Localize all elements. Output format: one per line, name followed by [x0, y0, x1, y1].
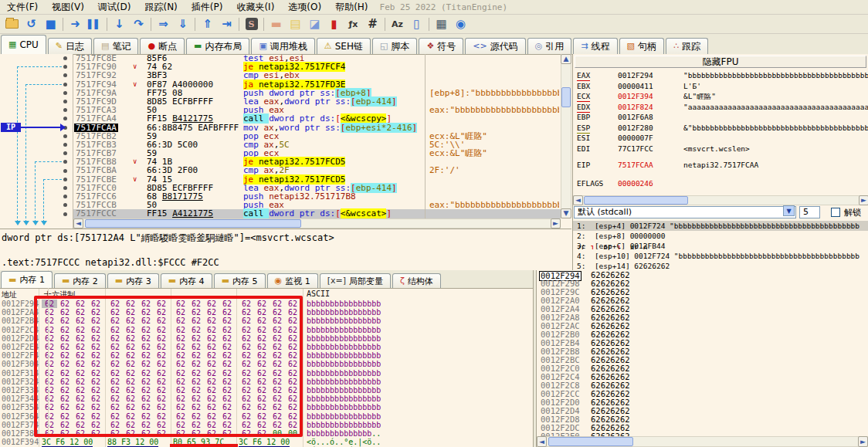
tab-线程[interactable]: ⇉线程: [573, 38, 617, 54]
stack-row[interactable]: 0012F2D462626262: [537, 407, 868, 415]
scroll-down-button[interactable]: ▼: [561, 208, 571, 218]
stack-row[interactable]: 0012F2AC62626262: [537, 322, 868, 330]
scroll-left-button[interactable]: ◄: [537, 436, 547, 447]
stack-row[interactable]: 0012F29C62626262: [537, 288, 868, 296]
chevron-down-icon[interactable]: ▼: [783, 205, 795, 216]
scroll-left-button[interactable]: ◄: [73, 218, 83, 229]
stack-row[interactable]: 0012F2C862626262: [537, 381, 868, 390]
menu-item[interactable]: 收藏夹(I): [229, 0, 281, 15]
tab-符号[interactable]: ❖符号: [419, 38, 463, 54]
step-over-button[interactable]: ↷: [129, 15, 148, 32]
globe-button[interactable]: ◉: [451, 15, 470, 32]
tab-内存布局[interactable]: ▬内存布局: [186, 38, 249, 54]
breakpoint-dot[interactable]: [63, 151, 67, 155]
stack-row[interactable]: 0012F2A862626262: [537, 313, 868, 322]
breakpoint-dot[interactable]: [63, 186, 67, 190]
register-row[interactable]: EDI77C17FCC<msvcrt.wcslen>: [573, 144, 868, 154]
patch-button[interactable]: ▬: [266, 15, 286, 32]
stack-row[interactable]: 0012F2C062626262: [537, 364, 868, 373]
stack-row[interactable]: 0012F2C462626262: [537, 373, 868, 381]
disasm-row[interactable]: 7517FCCCFF15 A4121775call dword ptr ds:[…: [73, 209, 561, 218]
register-row[interactable]: EBP0012F6A8: [573, 113, 868, 122]
breakpoint-dot[interactable]: [63, 160, 67, 164]
tab-内存 2[interactable]: ▬内存 2: [54, 273, 106, 288]
breakpoint-dot[interactable]: [63, 73, 67, 77]
breakpoint-dot[interactable]: [63, 143, 67, 147]
disassembly-hscroll-thumb[interactable]: [85, 219, 301, 228]
stack-row[interactable]: 0012F2D062626262: [537, 398, 868, 407]
call-argument-row[interactable]: 5: [esp+14] 62626262: [573, 261, 868, 270]
breakpoint-dot[interactable]: [63, 83, 67, 86]
dump-row[interactable]: 0012F3943C F6 12 0088 F3 12 00B0 65 93 7…: [0, 438, 533, 446]
scroll-right-button[interactable]: ►: [859, 195, 868, 205]
breakpoint-dot[interactable]: [63, 117, 67, 120]
tab-内存 3[interactable]: ▬内存 3: [107, 273, 159, 288]
breakpoint-dot[interactable]: [63, 195, 67, 198]
open-file-button[interactable]: [2, 15, 22, 32]
register-row[interactable]: EDX0012F824"aaaaaaaaaaaaaaaaaaaaaaaaaaaa…: [573, 103, 868, 112]
stack-row[interactable]: 0012F2BC62626262: [537, 356, 868, 364]
call-argument-row[interactable]: 4: [esp+10] 0012F724 "bbbbbbbbbbbbbbbbbb…: [573, 251, 868, 261]
tab-结构体[interactable]: ζ结构体: [392, 273, 441, 288]
tab-句柄[interactable]: ▧句柄: [619, 38, 664, 54]
tab-内存 4[interactable]: ▬内存 4: [161, 273, 212, 288]
disassembly-vscroll-thumb[interactable]: [561, 87, 571, 107]
stack-row[interactable]: 0012F2D862626262: [537, 415, 868, 424]
stack-row[interactable]: 0012F29862626262: [537, 279, 868, 288]
tab-跟踪[interactable]: ∴跟踪: [666, 38, 708, 54]
execute-till-return-button[interactable]: ⇑: [198, 15, 217, 32]
step-into-button[interactable]: ↓: [110, 15, 129, 32]
tab-CPU[interactable]: ▦CPU: [1, 35, 46, 54]
hide-fpu-button[interactable]: 隐藏FPU: [575, 56, 866, 68]
register-row[interactable]: EFLAGS00000246: [573, 179, 868, 188]
unlock-checkbox[interactable]: [831, 208, 840, 217]
register-row[interactable]: EBX00000411L'Б': [573, 82, 868, 91]
call-argument-row[interactable]: 3: [esp+C] 0012FB44: [573, 241, 868, 251]
tab-调用堆栈[interactable]: ▣调用堆栈: [251, 38, 314, 54]
tab-局部变量[interactable]: [x=]局部变量: [320, 273, 391, 288]
breakpoint-dot[interactable]: [63, 100, 67, 103]
stack-row[interactable]: 0012F2DC62626262: [537, 424, 868, 432]
menu-item[interactable]: 视图(V): [45, 0, 91, 15]
breakpoint-dot[interactable]: [63, 65, 67, 69]
label-button[interactable]: ◪: [305, 15, 324, 32]
menu-item[interactable]: 插件(P): [185, 0, 230, 15]
scroll-up-button[interactable]: ▲: [561, 54, 571, 64]
menu-item[interactable]: 跟踪(N): [137, 0, 184, 15]
breakpoint-dot[interactable]: [63, 212, 67, 216]
breakpoint-dot[interactable]: [63, 203, 67, 207]
run-to-selection-button[interactable]: ⇒: [154, 15, 173, 32]
menu-item[interactable]: 选项(O): [281, 0, 328, 15]
stack-row[interactable]: 0012F2B062626262: [537, 330, 868, 339]
tab-笔记[interactable]: ▤笔记: [93, 38, 138, 54]
call-argument-row[interactable]: 1: [esp+4] 0012F724 "bbbbbbbbbbbbbbbbbbb…: [573, 221, 868, 231]
disassembly-vscrollbar[interactable]: [561, 54, 571, 218]
breakpoint-dot[interactable]: [63, 91, 67, 95]
comment-button[interactable]: ▤: [286, 15, 305, 32]
stack-row[interactable]: 0012F2B462626262: [537, 339, 868, 347]
restart-button[interactable]: ↺: [22, 15, 41, 32]
register-row[interactable]: ESP0012F280&"bbbbbbbbbbbbbbbbbbbbbbbbbbb…: [573, 124, 868, 133]
stack-row[interactable]: 0012F29462626262: [537, 271, 868, 279]
breakpoint-dot[interactable]: [63, 134, 67, 138]
tab-日志[interactable]: ✎日志: [48, 38, 92, 54]
registers-hscroll-thumb[interactable]: [584, 196, 688, 205]
stack-row[interactable]: 0012F2CC62626262: [537, 390, 868, 398]
az-button[interactable]: Az: [388, 15, 407, 32]
stack-row[interactable]: 0012F2A062626262: [537, 296, 868, 305]
stack-row[interactable]: 0012F2B862626262: [537, 347, 868, 356]
log-device-button[interactable]: ▯: [407, 15, 426, 32]
stack-row[interactable]: 0012F2A462626262: [537, 305, 868, 313]
run-to-user-code-button[interactable]: ⇥: [217, 15, 236, 32]
register-row[interactable]: ECX0012F394&L"睚賂": [573, 92, 868, 101]
seh-badge-button[interactable]: S: [242, 15, 261, 32]
tab-SEH链[interactable]: ⚠SEH链: [317, 38, 371, 54]
tab-脚本[interactable]: ◱脚本: [372, 38, 417, 54]
tab-监视 1[interactable]: ◉监视 1: [267, 273, 318, 288]
breakpoint-dot[interactable]: [63, 108, 67, 112]
breakpoint-dot[interactable]: [63, 56, 67, 60]
call-argument-row[interactable]: 2: [esp+8] 00000000: [573, 231, 868, 241]
scroll-right-button[interactable]: ►: [551, 218, 561, 229]
scroll-right-button[interactable]: ►: [858, 436, 868, 447]
stack-hscroll-thumb[interactable]: [548, 437, 633, 446]
